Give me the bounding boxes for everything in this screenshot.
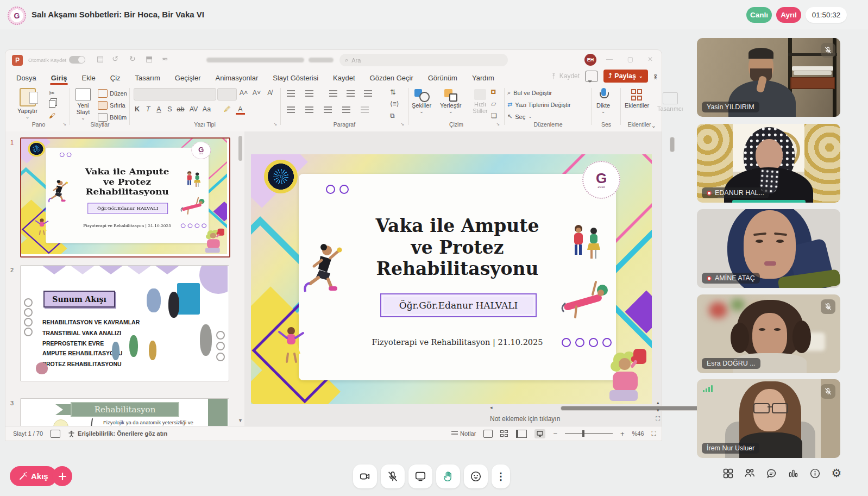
arrange-button[interactable]: Yerleştir: [440, 89, 461, 114]
camera-button[interactable]: [353, 464, 377, 488]
zoom-to-fit-icon[interactable]: ⛶: [656, 415, 660, 422]
cut-icon[interactable]: ✂: [49, 89, 55, 97]
pano-dialog-launcher-icon[interactable]: ↘: [62, 122, 66, 127]
tab-slayt-gosterisi[interactable]: Slayt Gösterisi: [273, 74, 318, 82]
font-name-select[interactable]: [134, 88, 216, 101]
leave-button[interactable]: Ayrıl: [776, 7, 801, 23]
italic-button[interactable]: T: [143, 105, 153, 113]
change-case-button[interactable]: Aa: [202, 105, 211, 113]
user-avatar[interactable]: EH: [584, 54, 596, 66]
align-right-icon[interactable]: [324, 106, 332, 113]
tab-tasarim[interactable]: Tasarım: [135, 74, 160, 82]
new-slide-button[interactable]: Yeni Slayt: [72, 88, 95, 121]
slide-thumbnail-1[interactable]: G 2010 Vaka ile Ampute ve Protez Rehabil…: [20, 137, 230, 258]
slide-thumbnail-2[interactable]: Sunum Akışı REHABILITASYON VE KAVRAMLAR …: [20, 265, 229, 381]
format-painter-icon[interactable]: 🖌: [49, 112, 55, 120]
thumbnail-scrollbar[interactable]: [238, 136, 242, 161]
tab-kaydet[interactable]: Kaydet: [333, 74, 355, 82]
draw-dialog-launcher-icon[interactable]: ↘: [496, 122, 500, 127]
participant-tile-irem[interactable]: İrem Nur Usluer: [697, 379, 840, 458]
shape-effects-icon[interactable]: ❏: [491, 112, 497, 120]
font-size-select[interactable]: [217, 88, 237, 101]
redo-icon[interactable]: ↻: [129, 54, 136, 63]
align-text-icon[interactable]: ⟨≡⟩: [390, 100, 399, 108]
undo-icon[interactable]: ↺: [112, 54, 118, 63]
align-center-icon[interactable]: [305, 106, 313, 113]
slide-footer[interactable]: Fizyoterapi ve Rehabilitasyon | 21.10.20…: [71, 223, 183, 227]
shapes-button[interactable]: Şekiller: [412, 89, 431, 114]
increase-indent-icon[interactable]: [347, 90, 355, 97]
microphone-button[interactable]: [381, 464, 405, 488]
slideshow-view-icon[interactable]: [534, 429, 545, 438]
paragraph-dialog-launcher-icon[interactable]: ↘: [400, 122, 404, 127]
participant-tile-yasin[interactable]: Yasin YILDIRIM: [697, 38, 840, 117]
tab-gecisler[interactable]: Geçişler: [175, 74, 201, 82]
zoom-slider[interactable]: [565, 433, 613, 434]
dictate-button[interactable]: Dikte: [596, 88, 610, 114]
flow-button[interactable]: Akış: [10, 466, 57, 486]
highlight-color-icon[interactable]: 🖉: [223, 105, 232, 113]
underline-button[interactable]: A: [154, 105, 163, 113]
select-button[interactable]: ↖Seç: [507, 113, 532, 120]
tab-ekle[interactable]: Ekle: [81, 74, 95, 82]
columns-icon[interactable]: [361, 106, 369, 113]
align-left-icon[interactable]: [287, 106, 295, 113]
participant-tile-esra[interactable]: Esra DOĞRU ...: [697, 294, 840, 373]
normal-view-icon[interactable]: [483, 430, 493, 438]
clear-format-button[interactable]: A̸: [265, 89, 274, 97]
zoom-level[interactable]: %46: [632, 430, 644, 437]
share-button[interactable]: ⤴Paylaş⌄: [603, 70, 647, 83]
shape-fill-icon[interactable]: 🞓: [491, 88, 496, 96]
collapse-ribbon-icon[interactable]: ⌄: [651, 122, 656, 129]
slide-thumbnail-3[interactable]: Rehabilitasyon Fizyolojik ya da anatomik…: [20, 398, 229, 427]
line-spacing-icon[interactable]: [364, 90, 372, 97]
screen-share-button[interactable]: [408, 464, 432, 488]
search-input[interactable]: ⌕ Ara: [339, 54, 508, 66]
zoom-in-icon[interactable]: +: [620, 430, 625, 438]
tab-gorunum[interactable]: Görünüm: [428, 74, 457, 82]
bullets-icon[interactable]: [287, 90, 295, 97]
tab-gozden-gecir[interactable]: Gözden Geçir: [370, 74, 413, 82]
find-replace-button[interactable]: ⌕Bul ve Değiştir: [507, 89, 552, 96]
bold-button[interactable]: K: [133, 105, 142, 113]
slide-sorter-view-icon[interactable]: [500, 430, 508, 437]
chat-button[interactable]: [765, 467, 778, 480]
zoom-out-icon[interactable]: −: [553, 430, 557, 438]
info-button[interactable]: [808, 467, 821, 480]
paste-button[interactable]: Yapıştır: [17, 88, 37, 120]
text-direction-icon[interactable]: ⇅: [390, 88, 396, 96]
grow-font-button[interactable]: A˄: [239, 89, 248, 97]
font-dialog-launcher-icon[interactable]: ↘: [273, 122, 277, 127]
shape-outline-icon[interactable]: ▱: [491, 100, 496, 108]
tab-animasyonlar[interactable]: Animasyonlar: [215, 74, 258, 82]
reactions-button[interactable]: [464, 464, 488, 488]
save-icon[interactable]: ▤: [97, 54, 104, 63]
minimize-icon[interactable]: —: [606, 55, 613, 63]
slide-author-box[interactable]: Öğr.Gör.Edanur HALVALI: [380, 293, 537, 317]
strikethrough-button[interactable]: ab: [176, 105, 185, 113]
comments-icon[interactable]: [585, 71, 598, 82]
tab-giris[interactable]: Giriş: [51, 74, 67, 82]
designer-button[interactable]: Tasarımcı: [657, 92, 683, 112]
slide-title[interactable]: Vaka ile Ampute ve Protez Rehabilitasyon…: [80, 167, 175, 197]
replace-fonts-button[interactable]: ⇄Yazı Tiplerini Değiştir: [507, 101, 571, 108]
notes-placeholder[interactable]: Not eklemek için tıklayın: [490, 415, 560, 423]
v-scroll-thumb[interactable]: [670, 137, 675, 152]
slide-footer[interactable]: Fizyoterapi ve Rehabilitasyon | 21.10.20…: [349, 338, 566, 347]
reset-button[interactable]: Sıfırla: [98, 101, 125, 110]
decrease-indent-icon[interactable]: [329, 90, 337, 97]
zoom-knob[interactable]: [582, 430, 584, 437]
numbering-icon[interactable]: [305, 90, 313, 97]
add-button[interactable]: [52, 466, 72, 486]
font-color-icon[interactable]: A: [236, 105, 245, 115]
scroll-down-icon[interactable]: ▼: [238, 418, 243, 423]
participant-tile-edanur[interactable]: EDANUR HAL...: [697, 124, 840, 203]
more-qat-icon[interactable]: ≂: [162, 54, 168, 63]
tab-dosya[interactable]: Dosya: [16, 74, 36, 82]
accessibility-checker[interactable]: Erişilebilirlik: Önerilere göz atın: [68, 430, 167, 437]
shrink-font-button[interactable]: A˅: [252, 89, 261, 97]
previous-slide-icon[interactable]: ▴: [656, 400, 660, 405]
participants-button[interactable]: [743, 467, 756, 480]
stats-button[interactable]: [787, 467, 800, 480]
reading-view-icon[interactable]: [516, 430, 527, 438]
